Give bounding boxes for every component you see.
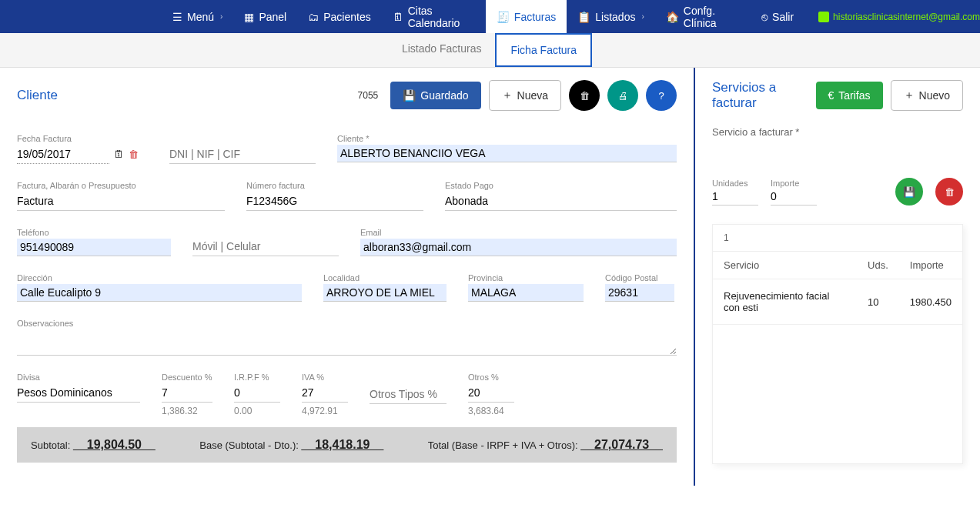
- prov-input[interactable]: [468, 284, 584, 302]
- unidades-input[interactable]: [712, 188, 758, 206]
- cliente-input[interactable]: [337, 145, 677, 162]
- col-servicio[interactable]: Servicio: [713, 252, 857, 279]
- servicio-label: Servicio a facturar *: [712, 126, 963, 138]
- print-icon: 🖨: [618, 90, 628, 102]
- top-nav: ☰ Menú › ▦ Panel 🗂 Pacientes 🗓 Citas Cal…: [0, 0, 980, 33]
- totals-row: Subtotal: __19,804.50__ Base (Subtotal -…: [17, 427, 677, 463]
- iva-label: IVA %: [302, 373, 348, 382]
- subtotal-value: __19,804.50__: [73, 438, 156, 451]
- patients-icon: 🗂: [308, 11, 319, 23]
- nav-item-menu[interactable]: ☰ Menú ›: [162, 0, 233, 33]
- chevron-right-icon: ›: [641, 12, 644, 21]
- otros-input[interactable]: [468, 383, 514, 403]
- tipo-label: Factura, Albarán o Presupuesto: [17, 181, 225, 190]
- nav-item-config[interactable]: 🏠 Confg. Clínica: [655, 0, 751, 33]
- save-button[interactable]: 💾 Guardado: [390, 82, 480, 109]
- subtabs: Listado Facturas Ficha Factura: [0, 33, 980, 68]
- tab-listado-facturas[interactable]: Listado Facturas: [388, 33, 496, 67]
- numero-input[interactable]: [246, 192, 423, 211]
- help-button[interactable]: ?: [646, 80, 677, 111]
- tipo-select[interactable]: [17, 192, 225, 211]
- nav-label: Pacientes: [323, 11, 370, 23]
- nav-label: Panel: [259, 11, 286, 23]
- desc-label: Descuento %: [162, 373, 212, 382]
- tarifas-button[interactable]: € Tarifas: [816, 82, 883, 109]
- total-label: Total (Base - IRPF + IVA + Otros):: [428, 439, 578, 451]
- nav-item-pacientes[interactable]: 🗂 Pacientes: [297, 0, 381, 33]
- plus-icon: ＋: [502, 89, 513, 102]
- plus-icon: ＋: [904, 89, 915, 102]
- loc-label: Localidad: [323, 273, 447, 282]
- email-label: Email: [360, 228, 677, 237]
- nav-item-listados[interactable]: 📋 Listados ›: [567, 0, 655, 33]
- print-button[interactable]: 🖨: [607, 80, 638, 111]
- otros-tipo-select[interactable]: [370, 385, 447, 404]
- euro-icon: €: [828, 89, 835, 102]
- delete-date-icon[interactable]: 🗑: [129, 149, 139, 160]
- record-id: 7055: [358, 90, 379, 101]
- new-button[interactable]: ＋ Nueva: [489, 80, 561, 111]
- nav-item-salir[interactable]: ⎋ Salir: [751, 0, 804, 33]
- obs-textarea[interactable]: [17, 329, 677, 356]
- trash-icon: 🗑: [945, 186, 955, 198]
- irpf-input[interactable]: [234, 383, 280, 403]
- fecha-input[interactable]: [17, 145, 109, 164]
- table-page-number: 1: [713, 225, 962, 251]
- prov-label: Provincia: [468, 273, 584, 282]
- section-title-cliente: Cliente: [17, 88, 58, 103]
- chevron-right-icon: ›: [220, 12, 222, 21]
- estado-select[interactable]: [445, 192, 677, 211]
- col-uds[interactable]: Uds.: [857, 252, 899, 279]
- user-email: historiasclinicasinternet@gmail.com: [833, 12, 980, 22]
- base-label: Base (Subtotal - Dto.):: [199, 439, 299, 451]
- desc-calc: 1,386.32: [162, 406, 212, 416]
- nav-label: Listados: [595, 11, 635, 23]
- list-icon: 📋: [577, 11, 590, 23]
- unidades-label: Unidades: [712, 179, 758, 188]
- importe-label: Importe: [771, 179, 817, 188]
- table-row[interactable]: Rejuvenecimiento facial con esti 10 1980…: [713, 279, 962, 325]
- cell-importe: 1980.450: [899, 279, 962, 325]
- movil-input[interactable]: [192, 237, 339, 256]
- email-input[interactable]: [360, 239, 677, 256]
- nav-user[interactable]: historiasclinicasinternet@gmail.com: [818, 12, 980, 22]
- delete-button[interactable]: 🗑: [569, 80, 600, 111]
- help-icon: ?: [658, 90, 664, 102]
- dir-input[interactable]: [17, 284, 302, 302]
- home-icon: 🏠: [666, 11, 679, 23]
- nav-label: Menú: [187, 11, 214, 23]
- importe-input[interactable]: [771, 188, 817, 206]
- iva-calc: 4,972.91: [302, 406, 348, 416]
- user-icon: [818, 12, 829, 22]
- loc-input[interactable]: [323, 284, 447, 302]
- nuevo-servicio-button[interactable]: ＋ Nuevo: [891, 80, 963, 111]
- divisa-select[interactable]: [17, 383, 140, 403]
- calendar-icon[interactable]: 🗓: [114, 149, 124, 160]
- nav-item-citas[interactable]: 🗓 Citas Calendario: [382, 0, 486, 33]
- nav-label: Facturas: [514, 11, 556, 23]
- cliente-label: Cliente *: [337, 134, 677, 143]
- new-label: Nueva: [517, 89, 548, 102]
- invoice-icon: 🧾: [497, 11, 510, 23]
- trash-icon: 🗑: [580, 90, 590, 102]
- nav-item-panel[interactable]: ▦ Panel: [233, 0, 297, 33]
- base-value: __18,418.19__: [301, 438, 383, 451]
- save-icon: 💾: [403, 89, 416, 102]
- nav-item-facturas[interactable]: 🧾 Facturas: [486, 0, 567, 33]
- desc-input[interactable]: [162, 383, 212, 403]
- tab-ficha-factura[interactable]: Ficha Factura: [495, 33, 592, 67]
- dni-input[interactable]: [169, 145, 316, 164]
- dir-label: Dirección: [17, 273, 302, 282]
- delete-service-button[interactable]: 🗑: [935, 178, 963, 206]
- iva-input[interactable]: [302, 383, 348, 403]
- cp-input[interactable]: [605, 284, 674, 302]
- save-service-button[interactable]: 💾: [895, 178, 923, 206]
- tel-input[interactable]: [17, 239, 171, 256]
- cell-uds: 10: [857, 279, 899, 325]
- tel-label: Teléfono: [17, 228, 171, 237]
- grid-icon: ▦: [244, 11, 254, 23]
- services-table: 1 Servicio Uds. Importe Rejuvenecimiento…: [712, 224, 963, 464]
- col-importe[interactable]: Importe: [899, 252, 962, 279]
- cell-servicio: Rejuvenecimiento facial con esti: [713, 279, 857, 325]
- save-icon: 💾: [903, 186, 915, 198]
